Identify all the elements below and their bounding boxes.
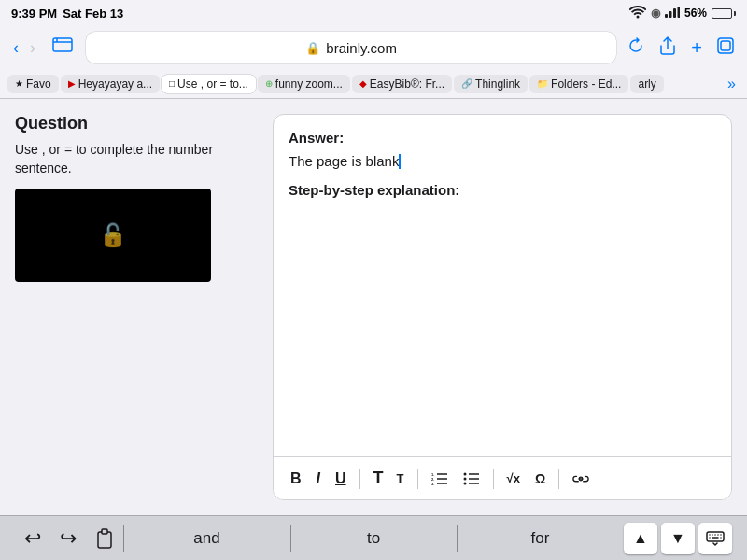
funny-zoom-icon: ⊕ — [265, 78, 273, 89]
bookmark-favo[interactable]: ★ Favo — [7, 75, 59, 93]
toolbar-divider-3 — [493, 469, 494, 489]
url-text: brainly.com — [326, 40, 397, 56]
nav-arrows: ‹ › — [9, 36, 39, 60]
svg-rect-20 — [102, 529, 107, 534]
text-cursor — [399, 154, 401, 169]
forward-button[interactable]: › — [26, 36, 39, 60]
bookmark-use-or[interactable]: □ Use , or = to... — [162, 75, 256, 93]
bookmark-funny-zoom[interactable]: ⊕ funny zoom... — [258, 75, 350, 93]
formula-button[interactable]: √x — [501, 468, 526, 489]
bookmark-thinglink[interactable]: 🔗 Thinglink — [454, 75, 528, 93]
question-panel: Question Use , or = to complete the numb… — [15, 114, 258, 500]
question-image: 🔓 — [15, 189, 211, 282]
text-small-button[interactable]: T — [391, 468, 410, 489]
status-bar: 9:39 PM Sat Feb 13 ◉ 56% — [0, 0, 747, 26]
hide-keyboard-button[interactable] — [698, 523, 732, 554]
cursor-up-button[interactable]: ▲ — [624, 523, 657, 554]
folders-icon: 📁 — [537, 78, 548, 89]
toolbar-divider-1 — [359, 469, 360, 489]
address-bar[interactable]: 🔒 brainly.com — [86, 32, 616, 63]
svg-rect-0 — [665, 14, 668, 18]
autocomplete-word-1[interactable]: and — [124, 529, 290, 548]
reload-button[interactable] — [624, 35, 648, 61]
bookmark-early[interactable]: arly — [630, 75, 663, 93]
signal-icon — [665, 7, 680, 21]
text-size-group: T T — [368, 465, 410, 492]
svg-rect-6 — [721, 41, 730, 50]
new-tab-button[interactable]: + — [687, 35, 706, 61]
bold-button[interactable]: B — [285, 467, 307, 491]
date-display: Sat Feb 13 — [63, 7, 123, 21]
bookmark-folders-label: Folders - Ed... — [551, 77, 621, 91]
cursor-down-button[interactable]: ▼ — [661, 523, 695, 554]
bookmark-thinglink-label: Thinglink — [475, 77, 520, 91]
ordered-list-button[interactable]: 1. 2. 3. — [426, 469, 454, 489]
browser-nav: ‹ › 🔒 brainly.com + — [9, 30, 738, 65]
format-toolbar: B I U T T 1. 2. 3. — [274, 456, 731, 499]
underline-button[interactable]: U — [330, 467, 352, 491]
location-icon: ◉ — [651, 7, 660, 20]
question-title: Question — [15, 114, 258, 133]
redo-button[interactable]: ↪ — [50, 521, 86, 556]
step-label: Step-by-step explanation: — [289, 182, 716, 198]
share-button[interactable] — [655, 34, 680, 63]
svg-text:3.: 3. — [431, 481, 434, 485]
tabs-overview-button[interactable] — [713, 35, 738, 61]
svg-rect-2 — [673, 8, 676, 18]
undo-button[interactable]: ↩ — [15, 521, 50, 556]
bookmark-funny-zoom-label: funny zoom... — [275, 77, 343, 91]
link-button[interactable] — [567, 469, 595, 489]
svg-point-15 — [463, 482, 466, 484]
clipboard-button[interactable] — [86, 523, 123, 554]
back-button[interactable]: ‹ — [9, 36, 22, 60]
thinglink-icon: 🔗 — [461, 78, 472, 89]
time-display: 9:39 PM — [11, 7, 57, 21]
browser-chrome: ‹ › 🔒 brainly.com + — [0, 26, 747, 69]
lock-icon: 🔒 — [305, 41, 320, 55]
bookmarks-more-button[interactable]: » — [724, 74, 740, 94]
svg-rect-3 — [677, 7, 680, 18]
bookmark-heyayayay[interactable]: ▶ Heyayayay a... — [61, 75, 160, 93]
bookmark-easybib-label: EasyBib®: Fr... — [370, 77, 444, 91]
battery-icon — [712, 8, 736, 19]
svg-rect-4 — [53, 38, 72, 51]
svg-rect-21 — [707, 532, 724, 541]
autocomplete-word-3[interactable]: for — [458, 529, 624, 548]
toolbar-divider-4 — [558, 469, 559, 489]
answer-label: Answer: — [289, 130, 716, 146]
kb-right-buttons: ▲ ▼ — [624, 523, 732, 554]
answer-text: The page is blank — [289, 153, 716, 169]
page-content: Question Use , or = to complete the numb… — [0, 99, 747, 515]
star-icon: ★ — [15, 78, 23, 89]
bookmark-easybib[interactable]: ◆ EasyBib®: Fr... — [352, 75, 452, 93]
svg-point-13 — [463, 472, 466, 475]
use-or-icon: □ — [169, 78, 175, 89]
bookmark-early-label: arly — [638, 77, 655, 91]
bookmark-heyayayay-label: Heyayayay a... — [78, 77, 152, 91]
wifi-icon — [629, 6, 646, 21]
svg-rect-1 — [669, 11, 671, 18]
image-icon: 🔓 — [99, 222, 127, 248]
svg-point-14 — [463, 477, 466, 480]
status-bar-right: ◉ 56% — [629, 6, 736, 21]
answer-panel[interactable]: Answer: The page is blank Step-by-step e… — [273, 114, 732, 500]
easybib-icon: ◆ — [359, 78, 367, 89]
heyayayay-icon: ▶ — [68, 78, 76, 89]
status-bar-left: 9:39 PM Sat Feb 13 — [11, 7, 123, 21]
toolbar-divider-2 — [417, 469, 418, 489]
bookmark-use-or-label: Use , or = to... — [177, 77, 248, 91]
keyboard-bar: ↩ ↪ and to for ▲ ▼ — [0, 515, 747, 560]
autocomplete-word-2[interactable]: to — [290, 529, 457, 548]
battery-percent: 56% — [684, 7, 707, 20]
unordered-list-button[interactable] — [458, 469, 486, 489]
bookmarks-button[interactable] — [47, 35, 78, 61]
answer-content: Answer: The page is blank Step-by-step e… — [274, 115, 731, 456]
bookmarks-bar: ★ Favo ▶ Heyayayay a... □ Use , or = to.… — [0, 69, 747, 99]
question-text: Use , or = to complete the number senten… — [15, 141, 258, 177]
text-large-button[interactable]: T — [368, 465, 389, 492]
italic-button[interactable]: I — [311, 467, 326, 491]
bookmark-folders[interactable]: 📁 Folders - Ed... — [529, 75, 628, 93]
omega-button[interactable]: Ω — [529, 468, 551, 490]
bookmark-favo-label: Favo — [26, 77, 51, 91]
